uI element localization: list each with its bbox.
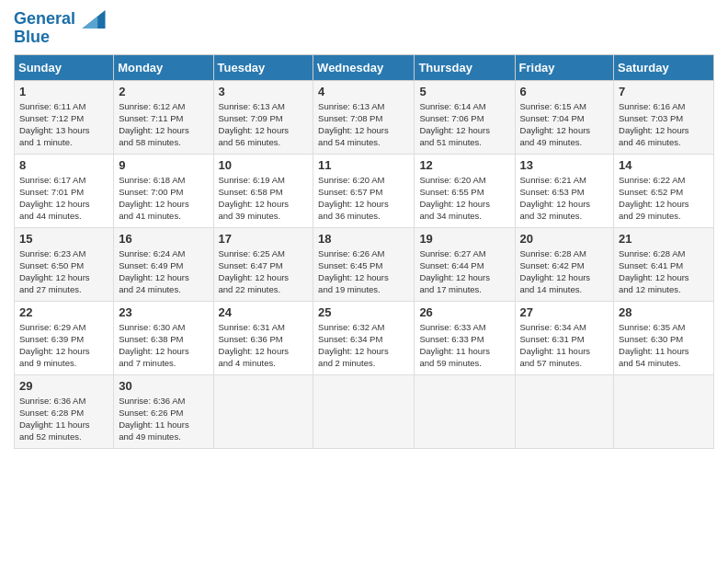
day-info: Sunrise: 6:29 AM Sunset: 6:39 PM Dayligh… xyxy=(19,321,108,370)
day-info: Sunrise: 6:30 AM Sunset: 6:38 PM Dayligh… xyxy=(119,321,208,370)
calendar-cell: 19Sunrise: 6:27 AM Sunset: 6:44 PM Dayli… xyxy=(415,227,515,301)
calendar-cell: 20Sunrise: 6:28 AM Sunset: 6:42 PM Dayli… xyxy=(515,227,614,301)
day-number: 22 xyxy=(19,305,108,319)
day-number: 25 xyxy=(318,305,409,319)
calendar-cell: 30Sunrise: 6:36 AM Sunset: 6:26 PM Dayli… xyxy=(114,374,213,448)
day-info: Sunrise: 6:28 AM Sunset: 6:41 PM Dayligh… xyxy=(619,247,709,296)
day-number: 8 xyxy=(19,158,108,172)
day-number: 3 xyxy=(219,85,309,98)
day-info: Sunrise: 6:12 AM Sunset: 7:11 PM Dayligh… xyxy=(119,100,208,149)
day-number: 26 xyxy=(419,305,509,319)
calendar-cell: 2Sunrise: 6:12 AM Sunset: 7:11 PM Daylig… xyxy=(114,80,213,154)
calendar-cell: 24Sunrise: 6:31 AM Sunset: 6:36 PM Dayli… xyxy=(213,301,313,374)
calendar-cell: 29Sunrise: 6:36 AM Sunset: 6:28 PM Dayli… xyxy=(15,374,114,448)
calendar-week-5: 29Sunrise: 6:36 AM Sunset: 6:28 PM Dayli… xyxy=(15,374,714,448)
day-number: 23 xyxy=(119,305,208,319)
calendar-week-2: 8Sunrise: 6:17 AM Sunset: 7:01 PM Daylig… xyxy=(15,154,714,227)
day-info: Sunrise: 6:32 AM Sunset: 6:34 PM Dayligh… xyxy=(318,321,409,370)
calendar-cell: 18Sunrise: 6:26 AM Sunset: 6:45 PM Dayli… xyxy=(313,227,415,301)
day-number: 15 xyxy=(19,232,108,246)
day-info: Sunrise: 6:23 AM Sunset: 6:50 PM Dayligh… xyxy=(19,247,108,296)
calendar-header: Sunday Monday Tuesday Wednesday Thursday… xyxy=(15,54,714,80)
day-info: Sunrise: 6:14 AM Sunset: 7:06 PM Dayligh… xyxy=(419,100,509,149)
day-number: 10 xyxy=(219,158,309,172)
calendar-cell: 12Sunrise: 6:20 AM Sunset: 6:55 PM Dayli… xyxy=(415,154,515,227)
header-row: Sunday Monday Tuesday Wednesday Thursday… xyxy=(15,54,714,80)
page-container: General Blue Sunday Monday Tuesday xyxy=(0,0,728,458)
day-info: Sunrise: 6:36 AM Sunset: 6:26 PM Dayligh… xyxy=(119,395,208,443)
day-info: Sunrise: 6:20 AM Sunset: 6:57 PM Dayligh… xyxy=(318,174,409,223)
day-number: 1 xyxy=(19,85,108,98)
day-number: 11 xyxy=(318,158,409,172)
calendar-week-1: 1Sunrise: 6:11 AM Sunset: 7:12 PM Daylig… xyxy=(15,80,714,154)
day-number: 20 xyxy=(520,232,609,246)
calendar-cell: 4Sunrise: 6:13 AM Sunset: 7:08 PM Daylig… xyxy=(313,80,415,154)
calendar-cell: 8Sunrise: 6:17 AM Sunset: 7:01 PM Daylig… xyxy=(15,154,114,227)
calendar-cell: 28Sunrise: 6:35 AM Sunset: 6:30 PM Dayli… xyxy=(614,301,714,374)
day-number: 27 xyxy=(520,305,609,319)
day-info: Sunrise: 6:25 AM Sunset: 6:47 PM Dayligh… xyxy=(219,247,309,296)
day-number: 4 xyxy=(318,85,409,98)
calendar-cell xyxy=(614,374,714,448)
svg-marker-1 xyxy=(83,17,98,29)
logo-icon xyxy=(82,10,106,29)
day-info: Sunrise: 6:13 AM Sunset: 7:09 PM Dayligh… xyxy=(219,100,309,149)
calendar-cell: 23Sunrise: 6:30 AM Sunset: 6:38 PM Dayli… xyxy=(114,301,213,374)
day-info: Sunrise: 6:21 AM Sunset: 6:53 PM Dayligh… xyxy=(520,174,609,223)
calendar-cell: 10Sunrise: 6:19 AM Sunset: 6:58 PM Dayli… xyxy=(213,154,313,227)
calendar-cell: 21Sunrise: 6:28 AM Sunset: 6:41 PM Dayli… xyxy=(614,227,714,301)
day-info: Sunrise: 6:19 AM Sunset: 6:58 PM Dayligh… xyxy=(219,174,309,223)
calendar-cell: 7Sunrise: 6:16 AM Sunset: 7:03 PM Daylig… xyxy=(614,80,714,154)
day-number: 21 xyxy=(619,232,709,246)
day-info: Sunrise: 6:20 AM Sunset: 6:55 PM Dayligh… xyxy=(419,174,509,223)
calendar-cell: 6Sunrise: 6:15 AM Sunset: 7:04 PM Daylig… xyxy=(515,80,614,154)
day-number: 2 xyxy=(119,85,208,98)
day-number: 13 xyxy=(520,158,609,172)
day-info: Sunrise: 6:11 AM Sunset: 7:12 PM Dayligh… xyxy=(19,100,108,149)
calendar-cell xyxy=(213,374,313,448)
calendar-cell: 27Sunrise: 6:34 AM Sunset: 6:31 PM Dayli… xyxy=(515,301,614,374)
calendar-cell: 17Sunrise: 6:25 AM Sunset: 6:47 PM Dayli… xyxy=(213,227,313,301)
col-wednesday: Wednesday xyxy=(313,54,415,80)
calendar-cell: 26Sunrise: 6:33 AM Sunset: 6:33 PM Dayli… xyxy=(415,301,515,374)
col-monday: Monday xyxy=(114,54,213,80)
calendar-cell: 3Sunrise: 6:13 AM Sunset: 7:09 PM Daylig… xyxy=(213,80,313,154)
day-number: 24 xyxy=(219,305,309,319)
calendar-cell: 22Sunrise: 6:29 AM Sunset: 6:39 PM Dayli… xyxy=(15,301,114,374)
col-sunday: Sunday xyxy=(15,54,114,80)
day-info: Sunrise: 6:13 AM Sunset: 7:08 PM Dayligh… xyxy=(318,100,409,149)
calendar-cell: 5Sunrise: 6:14 AM Sunset: 7:06 PM Daylig… xyxy=(415,80,515,154)
day-info: Sunrise: 6:27 AM Sunset: 6:44 PM Dayligh… xyxy=(419,247,509,296)
day-number: 9 xyxy=(119,158,208,172)
logo: General Blue xyxy=(14,9,106,47)
calendar-cell xyxy=(415,374,515,448)
calendar-cell: 13Sunrise: 6:21 AM Sunset: 6:53 PM Dayli… xyxy=(515,154,614,227)
day-number: 18 xyxy=(318,232,409,246)
day-info: Sunrise: 6:22 AM Sunset: 6:52 PM Dayligh… xyxy=(619,174,709,223)
calendar-week-4: 22Sunrise: 6:29 AM Sunset: 6:39 PM Dayli… xyxy=(15,301,714,374)
day-number: 30 xyxy=(119,379,208,393)
day-number: 6 xyxy=(520,85,609,98)
col-tuesday: Tuesday xyxy=(213,54,313,80)
day-info: Sunrise: 6:18 AM Sunset: 7:00 PM Dayligh… xyxy=(119,174,208,223)
calendar-cell: 11Sunrise: 6:20 AM Sunset: 6:57 PM Dayli… xyxy=(313,154,415,227)
day-number: 12 xyxy=(419,158,509,172)
col-saturday: Saturday xyxy=(614,54,714,80)
calendar-cell: 14Sunrise: 6:22 AM Sunset: 6:52 PM Dayli… xyxy=(614,154,714,227)
calendar-cell: 25Sunrise: 6:32 AM Sunset: 6:34 PM Dayli… xyxy=(313,301,415,374)
calendar-week-3: 15Sunrise: 6:23 AM Sunset: 6:50 PM Dayli… xyxy=(15,227,714,301)
day-number: 28 xyxy=(619,305,709,319)
day-info: Sunrise: 6:15 AM Sunset: 7:04 PM Dayligh… xyxy=(520,100,609,149)
logo-blue: Blue xyxy=(14,28,106,47)
logo-text: General xyxy=(14,9,106,29)
calendar-cell: 16Sunrise: 6:24 AM Sunset: 6:49 PM Dayli… xyxy=(114,227,213,301)
day-number: 14 xyxy=(619,158,709,172)
day-number: 29 xyxy=(19,379,108,393)
calendar-body: 1Sunrise: 6:11 AM Sunset: 7:12 PM Daylig… xyxy=(15,80,714,448)
day-number: 5 xyxy=(419,85,509,98)
day-info: Sunrise: 6:16 AM Sunset: 7:03 PM Dayligh… xyxy=(619,100,709,149)
calendar-cell: 15Sunrise: 6:23 AM Sunset: 6:50 PM Dayli… xyxy=(15,227,114,301)
day-number: 17 xyxy=(219,232,309,246)
day-number: 16 xyxy=(119,232,208,246)
day-info: Sunrise: 6:17 AM Sunset: 7:01 PM Dayligh… xyxy=(19,174,108,223)
